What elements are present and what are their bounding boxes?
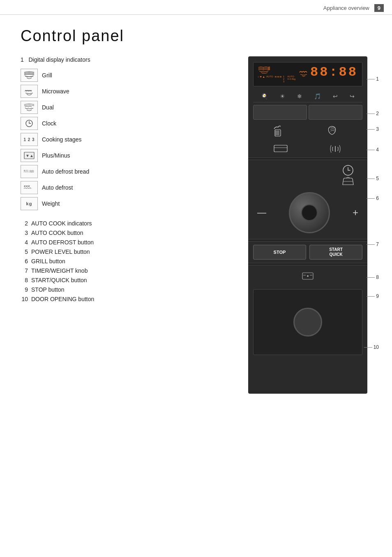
- auto-cook-icon-display: [255, 124, 306, 139]
- grill-icon: [21, 69, 38, 82]
- callout-1: 1: [367, 76, 379, 82]
- tray-icon: [272, 143, 289, 154]
- item-num: 9: [21, 286, 28, 293]
- item-label: TIMER/WEIGHT knob: [31, 267, 88, 274]
- quick-label: QUICK: [329, 252, 342, 257]
- svg-text:AUTO: AUTO: [24, 169, 28, 172]
- auto-defrost-icon: ▰▰▰: [21, 181, 38, 194]
- svg-rect-6: [274, 145, 287, 152]
- main-content: Control panel 1 Digital display indicato…: [0, 15, 392, 410]
- auto-cook-button-row: [253, 105, 362, 120]
- list-item: kg Weight: [21, 197, 240, 210]
- clock-icon: [21, 117, 38, 130]
- auto-bread-icon: AUTO: [21, 165, 38, 178]
- separator-5: [248, 158, 367, 160]
- knob-row: — +: [253, 190, 362, 236]
- auto-defrost-label: Auto defrost: [42, 184, 73, 191]
- plusminus-label: Plus/Minus: [42, 152, 70, 159]
- plusminus-icon: ▼▲: [21, 149, 38, 162]
- door-handle[interactable]: [293, 308, 322, 337]
- indicator-icon-1: 🍳: [261, 93, 268, 100]
- callout-6: 6: [367, 195, 379, 201]
- item-label: POWER LEVEL button: [31, 248, 90, 255]
- door-button-row: [253, 268, 362, 283]
- indicator-icon-2: ☀: [280, 93, 285, 100]
- list-item: Grill: [21, 69, 240, 82]
- microwave-icon: [21, 85, 38, 98]
- section1-num: 1: [21, 56, 24, 63]
- list-item: 6 GRILL button: [21, 258, 240, 265]
- grill-label: Grill: [42, 72, 52, 79]
- indicator-icon-4: 🎵: [314, 93, 321, 100]
- grill-row: [253, 162, 362, 188]
- auto-cook-button-left[interactable]: [253, 105, 307, 120]
- list-item: ▰▰▰ Auto defrost: [21, 181, 240, 194]
- item-label: START/QUICK button: [31, 277, 87, 283]
- separator-9: [248, 263, 367, 265]
- door-area[interactable]: [253, 289, 362, 355]
- signal-icon: [327, 143, 344, 154]
- auto-defrost-row: [253, 122, 362, 140]
- display-microwave-icon: [299, 67, 309, 77]
- item-label: DOOR OPENING button: [31, 296, 94, 302]
- callout-7: 7: [367, 241, 379, 247]
- separator-8: [248, 239, 367, 241]
- item-num: 2: [21, 220, 28, 227]
- knob-container: [289, 192, 330, 233]
- section1-label: Digital display indicators: [28, 56, 90, 63]
- stop-start-row: STOP START QUICK: [253, 245, 362, 260]
- clock-label: Clock: [42, 120, 56, 127]
- dual-label: Dual: [42, 104, 54, 111]
- page-title: Control panel: [21, 27, 376, 45]
- dual-icon: [21, 101, 38, 114]
- list-item: 7 TIMER/WEIGHT knob: [21, 267, 240, 274]
- start-quick-button[interactable]: START QUICK: [309, 245, 362, 260]
- layout: 1 Digital display indicators: [21, 56, 376, 394]
- list-item: 8 START/QUICK button: [21, 277, 240, 283]
- list-item: 4 AUTO DEFROST button: [21, 239, 240, 246]
- extra-icons-row: [253, 143, 362, 156]
- auto-defrost-icon-display: [309, 124, 361, 139]
- right-column: ○▼▲ AUTO ≋≋≋ 1 2 3 AUTO 4·4·4kg: [248, 56, 376, 394]
- header-title: Appliance overview: [323, 5, 369, 11]
- section1-header: 1 Digital display indicators: [21, 56, 240, 63]
- auto-cook-button-right[interactable]: [309, 105, 362, 120]
- item-label: AUTO COOK button: [31, 230, 83, 236]
- item-num: 5: [21, 248, 28, 255]
- list-item: 10 DOOR OPENING button: [21, 296, 240, 302]
- page-number: 9: [374, 4, 384, 12]
- door-button-icon: [302, 272, 314, 280]
- callout-2: 2: [367, 111, 379, 116]
- indicator-icon-5: ↩: [333, 93, 338, 100]
- item-num: 10: [21, 296, 28, 302]
- list-item: Clock: [21, 117, 240, 130]
- grill-button[interactable]: [342, 164, 354, 186]
- microwave-label: Microwave: [42, 88, 69, 95]
- callout-8: 8: [367, 274, 379, 280]
- indicator-list: Grill Microwave: [21, 69, 240, 210]
- callout-9: 9: [367, 293, 379, 299]
- minus-label: —: [256, 208, 266, 217]
- list-item: 5 POWER LEVEL button: [21, 248, 240, 255]
- stop-button[interactable]: STOP: [253, 245, 306, 260]
- indicator-icon-3: ❄: [297, 93, 302, 100]
- item-label: AUTO COOK indicators: [31, 220, 92, 227]
- display-grill-icon: [258, 66, 271, 74]
- start-label: START: [329, 247, 343, 252]
- svg-point-9: [307, 275, 309, 277]
- page-header: Appliance overview 9: [0, 0, 392, 15]
- item-num: 6: [21, 258, 28, 265]
- item-label: GRILL button: [31, 258, 65, 265]
- list-item: AUTO Auto defrost bread: [21, 165, 240, 178]
- indicator-icon-6: ↪: [350, 93, 355, 100]
- knob-inner: [301, 204, 318, 221]
- auto-cook-indicators: 🍳 ☀ ❄ 🎵 ↩ ↪: [253, 91, 362, 102]
- timer-weight-knob[interactable]: [289, 192, 330, 233]
- clock-display-icon: [342, 164, 354, 176]
- item-label: AUTO DEFROST button: [31, 239, 94, 246]
- item-num: 8: [21, 277, 28, 283]
- item-num: 7: [21, 267, 28, 274]
- item-label: STOP button: [31, 286, 64, 293]
- list-item: Dual: [21, 101, 240, 114]
- weight-icon: kg: [21, 197, 38, 210]
